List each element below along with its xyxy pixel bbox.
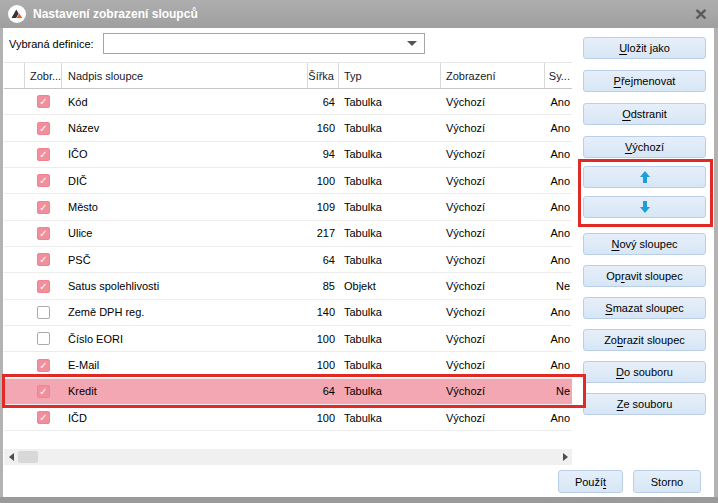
visibility-checkbox[interactable]: ✓ bbox=[37, 95, 50, 108]
column-width-cell: 100 bbox=[308, 352, 339, 377]
titlebar: Nastavení zobrazení sloupců × bbox=[0, 0, 718, 28]
save-as-button[interactable]: Uložit jako bbox=[583, 37, 706, 59]
scroll-left-icon[interactable] bbox=[4, 453, 18, 461]
table-row[interactable]: ✓ Satus spolehlivosti 85 Objekt Výchozí … bbox=[4, 273, 572, 299]
column-title-cell: PSČ bbox=[62, 247, 308, 272]
default-button[interactable]: Výchozí bbox=[583, 136, 706, 158]
table-row[interactable]: Číslo EORI 100 Tabulka Výchozí Ano bbox=[4, 326, 572, 352]
app-logo-icon bbox=[8, 5, 26, 23]
visibility-checkbox[interactable]: ✓ bbox=[37, 227, 50, 240]
remove-button[interactable]: Odstranit bbox=[583, 103, 706, 125]
column-type-cell: Tabulka bbox=[339, 247, 441, 272]
row-indicator bbox=[4, 300, 25, 325]
row-checkbox-cell: ✓ bbox=[25, 379, 62, 404]
column-display-cell: Výchozí bbox=[441, 300, 545, 325]
rename-button[interactable]: Přejmenovat bbox=[583, 70, 706, 92]
table-row[interactable]: ✓ Město 109 Tabulka Výchozí Ano bbox=[4, 194, 572, 220]
table-row[interactable]: ✓ Kód 64 Tabulka Výchozí Ano bbox=[4, 89, 572, 115]
show-column-button[interactable]: Zobrazit sloupec bbox=[583, 329, 706, 351]
table-row[interactable]: ✓ Kredit 64 Tabulka Výchozí Ne bbox=[4, 379, 572, 405]
cancel-button[interactable]: Storno bbox=[633, 470, 701, 493]
visibility-checkbox[interactable]: ✓ bbox=[37, 201, 50, 214]
visibility-checkbox[interactable]: ✓ bbox=[37, 253, 50, 266]
column-title-cell: Ulice bbox=[62, 221, 308, 246]
visibility-checkbox[interactable] bbox=[37, 306, 50, 319]
window-border-right bbox=[714, 28, 718, 497]
column-type-cell: Objekt bbox=[339, 273, 441, 298]
table-row[interactable]: ✓ Název 160 Tabulka Výchozí Ano bbox=[4, 115, 572, 141]
row-indicator bbox=[4, 115, 25, 140]
column-width-cell: 64 bbox=[308, 89, 339, 114]
visibility-checkbox[interactable]: ✓ bbox=[37, 411, 50, 424]
column-type-cell: Tabulka bbox=[339, 300, 441, 325]
header-display[interactable]: Zobrazení bbox=[441, 63, 545, 88]
from-file-button[interactable]: Ze souboru bbox=[583, 393, 706, 415]
visibility-checkbox[interactable]: ✓ bbox=[37, 359, 50, 372]
table-row[interactable]: ✓ PSČ 64 Tabulka Výchozí Ano bbox=[4, 247, 572, 273]
column-type-cell: Tabulka bbox=[339, 352, 441, 377]
visibility-checkbox[interactable]: ✓ bbox=[37, 148, 50, 161]
header-title[interactable]: Nadpis sloupce bbox=[62, 63, 308, 88]
table-row[interactable]: ✓ IČO 94 Tabulka Výchozí Ano bbox=[4, 142, 572, 168]
visibility-checkbox[interactable]: ✓ bbox=[37, 174, 50, 187]
column-width-cell: 109 bbox=[308, 194, 339, 219]
delete-column-button[interactable]: Smazat sloupec bbox=[583, 297, 706, 319]
row-indicator bbox=[4, 89, 25, 114]
header-system[interactable]: Sy... bbox=[545, 63, 572, 88]
row-checkbox-cell: ✓ bbox=[25, 352, 62, 377]
column-system-cell: Ano bbox=[545, 405, 572, 430]
visibility-checkbox[interactable] bbox=[37, 332, 50, 345]
column-system-cell: Ano bbox=[545, 142, 572, 167]
column-width-cell: 100 bbox=[308, 168, 339, 193]
edit-column-button[interactable]: Opravit sloupec bbox=[583, 265, 706, 287]
horizontal-scrollbar[interactable] bbox=[4, 449, 572, 465]
column-display-cell: Výchozí bbox=[441, 221, 545, 246]
column-title-cell: Název bbox=[62, 115, 308, 140]
column-type-cell: Tabulka bbox=[339, 221, 441, 246]
scroll-right-icon[interactable] bbox=[558, 453, 572, 461]
table-row[interactable]: ✓ E-Mail 100 Tabulka Výchozí Ano bbox=[4, 352, 572, 378]
row-indicator bbox=[4, 405, 25, 430]
move-down-button[interactable] bbox=[583, 196, 706, 218]
row-indicator bbox=[4, 247, 25, 272]
chevron-down-icon[interactable] bbox=[407, 41, 417, 46]
visibility-checkbox[interactable]: ✓ bbox=[37, 385, 50, 398]
column-system-cell: Ano bbox=[545, 352, 572, 377]
row-indicator bbox=[4, 168, 25, 193]
column-display-cell: Výchozí bbox=[441, 352, 545, 377]
window-border-left bbox=[0, 28, 3, 497]
column-width-cell: 100 bbox=[308, 326, 339, 351]
row-checkbox-cell: ✓ bbox=[25, 405, 62, 430]
column-type-cell: Tabulka bbox=[339, 326, 441, 351]
visibility-checkbox[interactable]: ✓ bbox=[37, 280, 50, 293]
header-show[interactable]: Zobr... bbox=[25, 63, 62, 88]
row-checkbox-cell: ✓ bbox=[25, 89, 62, 114]
column-title-cell: IČD bbox=[62, 405, 308, 430]
table-row[interactable]: ✓ DIČ 100 Tabulka Výchozí Ano bbox=[4, 168, 572, 194]
dialog-title: Nastavení zobrazení sloupců bbox=[33, 7, 198, 21]
column-type-cell: Tabulka bbox=[339, 115, 441, 140]
table-row[interactable]: ✓ IČD 100 Tabulka Výchozí Ano bbox=[4, 405, 572, 431]
row-checkbox-cell: ✓ bbox=[25, 194, 62, 219]
header-type[interactable]: Typ bbox=[339, 63, 441, 88]
new-column-button[interactable]: Nový sloupec bbox=[583, 233, 706, 255]
column-title-cell: E-Mail bbox=[62, 352, 308, 377]
close-icon[interactable]: × bbox=[695, 0, 707, 28]
row-checkbox-cell bbox=[25, 300, 62, 325]
table-row[interactable]: Země DPH reg. 140 Tabulka Výchozí Ano bbox=[4, 300, 572, 326]
row-checkbox-cell: ✓ bbox=[25, 221, 62, 246]
visibility-checkbox[interactable]: ✓ bbox=[37, 122, 50, 135]
scrollbar-thumb[interactable] bbox=[18, 451, 38, 463]
definition-combobox[interactable] bbox=[103, 33, 425, 54]
arrow-down-icon bbox=[640, 201, 650, 213]
column-width-cell: 140 bbox=[308, 300, 339, 325]
column-display-cell: Výchozí bbox=[441, 89, 545, 114]
move-up-button[interactable] bbox=[583, 166, 706, 188]
to-file-button[interactable]: Do souboru bbox=[583, 361, 706, 383]
apply-button[interactable]: Použít bbox=[558, 470, 623, 493]
table-row[interactable]: ✓ Ulice 217 Tabulka Výchozí Ano bbox=[4, 221, 572, 247]
column-title-cell: DIČ bbox=[62, 168, 308, 193]
column-system-cell: Ano bbox=[545, 221, 572, 246]
header-width[interactable]: Šířka bbox=[308, 63, 339, 88]
column-title-cell: Země DPH reg. bbox=[62, 300, 308, 325]
